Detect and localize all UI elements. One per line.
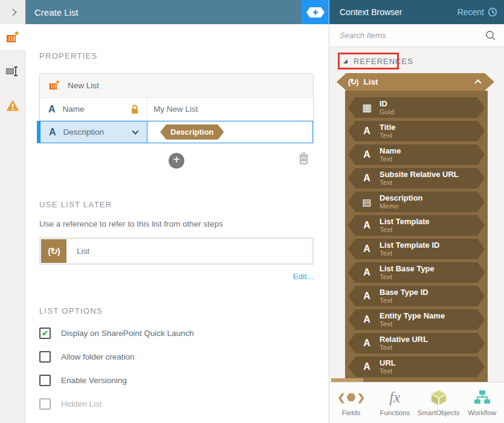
collapse-panel-button[interactable] xyxy=(0,0,25,24)
list-option-row: Allow folder creation xyxy=(39,351,314,363)
checkbox[interactable] xyxy=(39,328,51,339)
tab-label: Functions xyxy=(380,409,410,416)
selected-row-accent xyxy=(37,121,40,143)
property-label: Name xyxy=(63,105,85,114)
properties-heading: PROPERTIES xyxy=(39,51,314,60)
warning-icon xyxy=(5,99,20,112)
text-type-icon: A xyxy=(49,127,56,138)
description-reference-tag[interactable]: Description xyxy=(160,124,224,140)
property-row-name[interactable]: A Name My New List xyxy=(40,98,313,121)
sidebar-item-step-config[interactable] xyxy=(0,24,25,51)
reference-field-item[interactable]: Name Text xyxy=(348,144,485,165)
field-type-icon xyxy=(360,126,374,137)
reference-field-item[interactable]: URL Text xyxy=(348,357,485,377)
recent-label: Recent xyxy=(457,7,484,17)
field-type: Text xyxy=(380,273,435,281)
reference-field-item[interactable]: ID Guid xyxy=(348,97,485,118)
field-type-icon xyxy=(360,102,374,114)
property-label: Description xyxy=(63,128,105,137)
field-type-icon xyxy=(360,291,374,302)
reference-name-field[interactable]: List xyxy=(66,239,312,263)
delete-property-button[interactable] xyxy=(299,152,309,164)
reference-field-item[interactable]: List Template Text xyxy=(348,215,485,236)
field-type: Memo xyxy=(380,202,423,210)
checkbox-label: Display on SharePoint Quick Launch xyxy=(61,329,194,338)
trash-icon xyxy=(299,152,309,164)
card-title: New List xyxy=(68,81,99,90)
reference-field-item[interactable]: List Template ID Text xyxy=(348,239,485,259)
chevron-up-icon[interactable] xyxy=(474,79,481,86)
wizard-panel: Create List xyxy=(0,0,329,423)
search-input[interactable] xyxy=(340,31,485,40)
field-label: Relative URL xyxy=(380,335,428,344)
field-label: Base Type ID xyxy=(380,288,428,297)
recent-button[interactable]: Recent xyxy=(457,7,497,17)
field-label: ID xyxy=(380,99,394,108)
wizard-body: PROPERTIES New List A Name xyxy=(0,24,329,423)
wizard-title-bar: Create List xyxy=(25,0,302,24)
field-type-icon xyxy=(360,173,374,184)
workflow-icon xyxy=(474,389,491,405)
field-label: Entity Type Name xyxy=(380,311,445,320)
property-row-description[interactable]: A Description Description xyxy=(40,121,313,143)
field-type-icon xyxy=(360,196,374,208)
list-options-group: Display on SharePoint Quick Launch Allow… xyxy=(39,328,314,410)
fields-icon: ❮❯ xyxy=(337,389,365,405)
smartobjects-cube-icon xyxy=(430,389,447,405)
field-type-icon xyxy=(360,314,374,325)
reference-field-item[interactable]: Subsite Relative URL Text xyxy=(348,168,485,189)
references-section-toggle[interactable]: REFERENCES xyxy=(329,53,504,69)
reference-field-item[interactable]: Description Memo xyxy=(348,192,485,212)
field-type-icon xyxy=(360,267,374,278)
reference-fields-list: ID Guid Title Text Name xyxy=(345,91,488,382)
field-type: Text xyxy=(380,155,401,163)
reference-field-item[interactable]: Base Type ID Text xyxy=(348,286,485,306)
references-label: REFERENCES xyxy=(354,57,413,66)
field-label: Name xyxy=(380,146,401,155)
list-option-row: Hidden List xyxy=(39,398,314,410)
sidebar-item-warnings[interactable] xyxy=(0,92,25,118)
wizard-title: Create List xyxy=(34,7,79,18)
text-type-icon: A xyxy=(48,104,56,115)
tab-workflow[interactable]: Workflow xyxy=(460,383,504,423)
checkbox[interactable] xyxy=(39,375,51,386)
list-option-row: Display on SharePoint Quick Launch xyxy=(39,328,314,339)
tab-smartobjects[interactable]: SmartObjects xyxy=(417,383,460,423)
edit-reference-link[interactable]: Edit... xyxy=(39,272,314,281)
search-icon[interactable] xyxy=(485,30,496,41)
field-type: Text xyxy=(380,320,445,328)
reference-field-item[interactable]: Title Text xyxy=(348,121,485,141)
add-step-button[interactable] xyxy=(302,0,329,24)
reference-field-item[interactable]: Relative URL Text xyxy=(348,333,485,354)
add-property-button[interactable]: + xyxy=(169,153,184,169)
field-type-icon xyxy=(360,220,374,231)
property-value-field[interactable]: My New List xyxy=(146,98,313,120)
checkbox[interactable] xyxy=(39,351,51,363)
lock-icon xyxy=(131,105,139,114)
reference-group-label: List xyxy=(364,77,476,86)
tab-fields[interactable]: ❮❯ Fields xyxy=(329,383,373,423)
properties-card-header: New List xyxy=(40,74,313,98)
checkbox-label: Allow folder creation xyxy=(61,352,135,361)
reference-group-header[interactable]: (↻) List xyxy=(337,73,494,91)
reference-field-item[interactable]: List Base Type Text xyxy=(348,262,485,283)
property-value-field[interactable]: Description xyxy=(147,121,312,143)
field-type: Guid xyxy=(380,108,394,116)
app-window: Create List xyxy=(0,0,504,423)
reference-name: List xyxy=(77,247,89,256)
properties-actions: + xyxy=(39,148,314,176)
tab-label: SmartObjects xyxy=(418,409,460,416)
reference-field-item[interactable]: Entity Type Name Text xyxy=(348,309,485,330)
tab-functions[interactable]: fx Functions xyxy=(373,383,416,423)
chevron-right-icon xyxy=(9,8,17,16)
rename-icon xyxy=(5,65,20,77)
use-list-later-description: Use a reference to refer to this list fr… xyxy=(39,219,314,228)
sidebar-item-rename[interactable] xyxy=(0,58,25,85)
checkbox[interactable] xyxy=(39,398,51,410)
new-list-icon xyxy=(5,31,20,44)
chevron-down-icon[interactable] xyxy=(132,128,138,134)
properties-card: New List A Name xyxy=(39,73,314,143)
reference-icon: (↻) xyxy=(41,239,66,263)
field-label: List Template ID xyxy=(380,241,439,250)
wizard-header: Create List xyxy=(0,0,329,24)
